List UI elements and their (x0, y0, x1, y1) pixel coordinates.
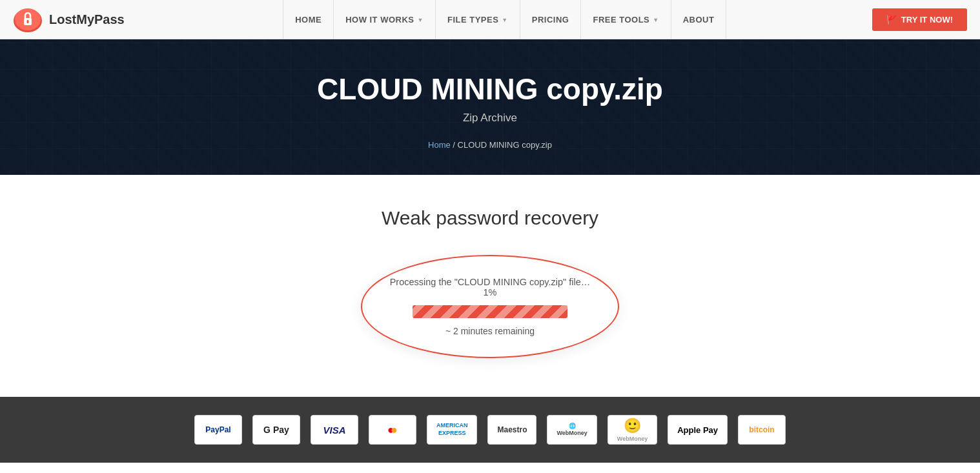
payment-badge-visa: VISA (311, 415, 358, 445)
progress-bar (413, 305, 567, 318)
chevron-down-icon-file-types: ▼ (502, 17, 507, 23)
payment-badge-webmoney: 🌐WebMoney (547, 415, 597, 445)
progress-bar-container (413, 305, 567, 318)
payment-badge-maestro: Maestro (487, 415, 536, 445)
nav-item-pricing[interactable]: PRICING (520, 0, 582, 39)
brand-name: LostMyPass (49, 12, 125, 27)
section-title: Weak password recovery (382, 207, 598, 229)
footer: PayPalG PayVISA●●AMERICANEXPRESSMaestro🌐… (0, 397, 980, 463)
cta-flag-icon: 🚩 (886, 15, 897, 25)
breadcrumb-current: CLOUD MINING copy.zip (458, 140, 552, 150)
hero-subtitle: Zip Archive (463, 112, 517, 125)
svg-rect-3 (27, 20, 29, 23)
payment-badge-face-icon: 🙂WebMoney (607, 415, 657, 445)
payment-badge-gpay: G Pay (252, 415, 300, 445)
breadcrumb-home-link[interactable]: Home (428, 140, 451, 150)
breadcrumb-separator: / (453, 140, 457, 150)
site-logo[interactable]: LostMyPass (13, 6, 125, 32)
nav-item-home[interactable]: HOME (283, 0, 334, 39)
navigation: LostMyPass HOMEHOW IT WORKS▼FILE TYPES▼P… (0, 0, 980, 39)
time-remaining: ~ 2 minutes remaining (445, 326, 535, 336)
hero-section: CLOUD MINING copy.zip Zip Archive Home /… (0, 39, 980, 175)
nav-item-about[interactable]: ABOUT (671, 0, 727, 39)
breadcrumb: Home / CLOUD MINING copy.zip (428, 140, 552, 150)
processing-text: Processing the "CLOUD MINING copy.zip" f… (388, 277, 592, 297)
nav-links: HOMEHOW IT WORKS▼FILE TYPES▼PRICINGFREE … (150, 0, 859, 39)
main-content: Weak password recovery Processing the "C… (0, 175, 980, 397)
processing-box: Processing the "CLOUD MINING copy.zip" f… (361, 255, 619, 358)
payment-badge-mastercard: ●● (369, 415, 416, 445)
payment-badge-paypal: PayPal (194, 415, 242, 445)
nav-item-file-types[interactable]: FILE TYPES▼ (436, 0, 520, 39)
nav-item-how-it-works[interactable]: HOW IT WORKS▼ (334, 0, 436, 39)
nav-item-free-tools[interactable]: FREE TOOLS▼ (581, 0, 671, 39)
chevron-down-icon-free-tools: ▼ (653, 17, 658, 23)
try-it-now-button[interactable]: 🚩 TRY IT NOW! (872, 8, 967, 31)
payment-badge-applepay: Apple Pay (668, 415, 728, 445)
hero-title: CLOUD MINING copy.zip (317, 72, 663, 106)
cta-label: TRY IT NOW! (901, 15, 953, 25)
payment-badge-bitcoin: bitcoin (738, 415, 786, 445)
chevron-down-icon-how-it-works: ▼ (418, 17, 424, 23)
payment-badge-amex: AMERICANEXPRESS (427, 415, 478, 445)
